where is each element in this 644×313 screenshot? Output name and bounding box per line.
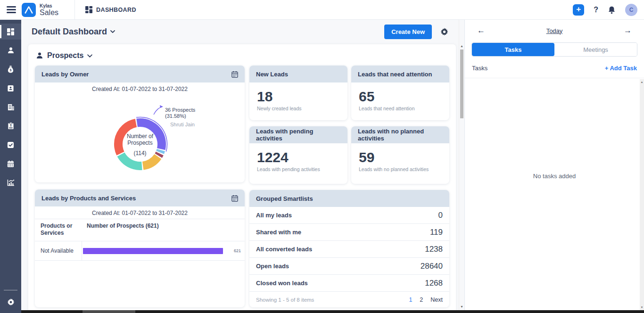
contact-card-icon <box>7 85 14 92</box>
smartlist-label: Closed won leads <box>256 280 308 287</box>
quick-add-button[interactable]: + <box>573 4 584 16</box>
annotation-line2: (31.58%) <box>165 113 195 119</box>
create-new-button[interactable]: Create New <box>384 25 432 39</box>
smartlist-row[interactable]: All converted leads 1238 <box>249 241 449 258</box>
bar-row-label: Not Available <box>35 241 82 260</box>
date-filter-calendar-icon[interactable] <box>231 71 238 78</box>
sidebar-item-contacts[interactable] <box>0 80 21 96</box>
previous-day-arrow[interactable]: ← <box>477 26 485 35</box>
next-page-button[interactable]: Next <box>430 297 443 303</box>
divider <box>4 290 17 290</box>
empty-tasks-message: No tasks added <box>465 78 644 180</box>
chevron-down-icon <box>87 54 92 58</box>
stat-caption: Leads with no planned activities <box>351 166 449 178</box>
showing-items-text: Showing 1 - 5 of 8 items <box>256 297 314 303</box>
brand-name: Kylas <box>40 3 58 8</box>
scroll-down-arrow[interactable]: ▼ <box>640 306 644 309</box>
sidebar-item-quotations[interactable]: $ <box>0 118 21 134</box>
panel-vertical-scrollbar[interactable]: ▲ ▼ <box>640 79 644 310</box>
person-icon <box>36 52 43 59</box>
sidebar-item-deals[interactable]: $ <box>0 61 21 77</box>
products-bar-table: Products or Services Number of Prospects… <box>35 219 245 261</box>
tasks-meetings-tabs: Tasks Meetings <box>471 42 637 57</box>
tab-tasks[interactable]: Tasks <box>472 43 554 56</box>
money-bag-icon: $ <box>7 66 14 73</box>
grouped-smartlists-card: Grouped Smartlists All my leads 0 Shared… <box>249 190 449 307</box>
svg-text:$: $ <box>10 68 12 72</box>
smartlist-value: 1238 <box>425 245 443 254</box>
smartlist-label: Shared with me <box>256 229 301 236</box>
stat-caption: Newly created leads <box>249 106 347 117</box>
horizontal-scrollbar[interactable] <box>21 310 644 313</box>
user-avatar[interactable]: C <box>625 4 637 16</box>
sidebar-item-leads[interactable] <box>0 42 21 58</box>
sidebar-item-meetings[interactable] <box>0 156 21 172</box>
smartlist-row[interactable]: Shared with me 119 <box>249 224 449 241</box>
kylas-logo-icon <box>22 3 36 17</box>
scrollbar-thumb[interactable] <box>460 49 463 118</box>
stat-value: 65 <box>351 82 449 106</box>
sidebar-item-tasks[interactable] <box>0 137 21 153</box>
card-title: New Leads <box>256 71 288 78</box>
bar-row: Not Available 621 <box>35 241 245 261</box>
dashboard-settings-gear-icon[interactable] <box>440 28 448 36</box>
main-vertical-scrollbar[interactable]: ▲ ▼ <box>459 20 464 313</box>
notifications-bell-icon[interactable] <box>608 6 616 14</box>
next-day-arrow[interactable]: → <box>624 26 632 35</box>
tab-meetings[interactable]: Meetings <box>554 43 637 56</box>
leads-by-owner-card: Leads by Owner Created At: 01-07-2022 to… <box>35 66 245 182</box>
page-title: Default Dashboard <box>32 27 107 37</box>
smartlist-label: Open leads <box>256 263 289 270</box>
bar[interactable] <box>83 248 223 254</box>
prospects-section-toggle[interactable]: Prospects <box>35 49 449 66</box>
smartlist-row[interactable]: Open leads 28640 <box>249 258 449 275</box>
column-header-prospects: Number of Prospects (621) <box>82 219 245 241</box>
top-bar: Kylas Sales DASHBOARD + ? C <box>0 0 644 20</box>
donut-annotation: 36 Prospects (31.58%) <box>165 107 195 119</box>
tasks-panel: ← Today → Tasks Meetings Tasks + Add Tas… <box>464 20 644 313</box>
smartlist-label: All converted leads <box>256 246 312 253</box>
smartlist-value: 28640 <box>421 262 443 271</box>
page-2-button[interactable]: 2 <box>420 297 423 303</box>
dashboard-title-dropdown[interactable]: Default Dashboard <box>32 27 115 37</box>
hamburger-menu-icon[interactable] <box>7 5 16 15</box>
smartlist-value: 1268 <box>425 279 443 288</box>
annotation-arrowhead <box>160 105 163 108</box>
invoice-icon: $ <box>8 122 14 130</box>
sidebar-item-companies[interactable] <box>0 99 21 115</box>
donut-center-line2: Prospects <box>127 140 152 146</box>
smartlist-row[interactable]: Closed won leads 1268 <box>249 275 449 292</box>
smartlist-footer: Showing 1 - 5 of 8 items 1 2 Next <box>249 292 449 307</box>
donut-center-value: (114) <box>133 150 146 156</box>
date-filter-calendar-icon[interactable] <box>231 195 238 202</box>
annotation-owner: Shruti Jain <box>170 122 195 127</box>
stat-value: 59 <box>351 143 449 166</box>
main-content: Default Dashboard Create New Prospects <box>21 20 459 313</box>
chart-subtitle: Created At: 01-07-2022 to 31-07-2022 <box>35 206 245 219</box>
help-icon[interactable]: ? <box>594 6 598 14</box>
today-link[interactable]: Today <box>485 27 624 34</box>
left-sidebar: $ $ <box>0 20 21 313</box>
card-title: Leads that need attention <box>358 71 432 78</box>
smartlist-value: 0 <box>438 211 443 220</box>
add-task-button[interactable]: + Add Task <box>605 65 637 72</box>
scroll-down-arrow[interactable]: ▼ <box>459 305 464 308</box>
scroll-up-arrow[interactable]: ▲ <box>459 44 464 48</box>
scroll-up-arrow[interactable]: ▲ <box>640 81 644 83</box>
chart-icon <box>7 179 15 186</box>
nav-dashboard-label: DASHBOARD <box>96 7 136 13</box>
task-check-icon <box>7 141 14 148</box>
scrollbar-thumb[interactable] <box>83 310 135 313</box>
page-1-button[interactable]: 1 <box>409 297 412 303</box>
sidebar-item-dashboard[interactable] <box>0 24 21 40</box>
pagination: 1 2 Next <box>409 297 443 303</box>
sidebar-item-reports[interactable] <box>0 174 21 190</box>
sidebar-item-settings[interactable] <box>0 294 21 310</box>
smartlist-value: 119 <box>430 228 443 237</box>
brand-logo-block[interactable]: Kylas Sales <box>22 3 74 17</box>
right-card-column: New Leads 18 Newly created leads Leads t… <box>249 66 449 307</box>
tasks-section-label: Tasks <box>472 65 487 72</box>
smartlist-row[interactable]: All my leads 0 <box>249 207 449 224</box>
person-icon <box>7 47 15 54</box>
nav-dashboard[interactable]: DASHBOARD <box>75 0 147 20</box>
